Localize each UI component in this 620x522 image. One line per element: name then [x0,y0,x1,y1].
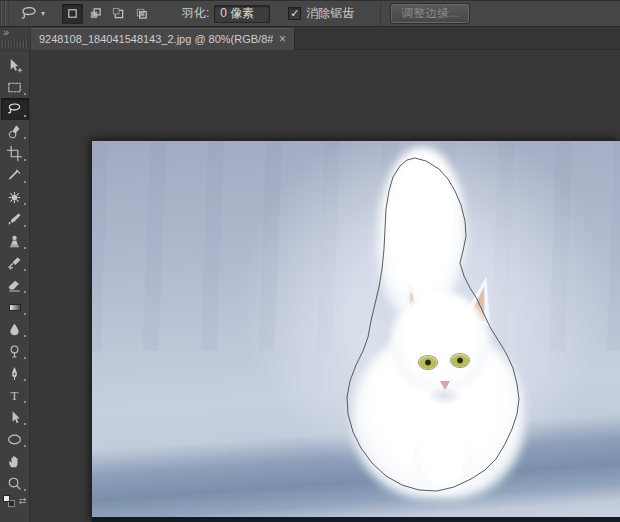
document-tab[interactable]: 9248108_184041548143_2.jpg @ 80%(RGB/8#)… [31,28,295,50]
gradient-icon [9,304,21,311]
subtract-from-selection-button[interactable] [108,4,129,24]
selection-mode-group [62,4,152,24]
tool-move[interactable] [1,54,29,76]
lasso-icon [19,4,39,24]
tool-dodge[interactable] [1,340,29,362]
options-bar-grip[interactable] [0,1,9,26]
history-brush-icon [6,255,23,272]
hand-icon [6,453,23,470]
refine-edge-wrap: 调整边缘... [380,1,469,26]
path-selection-icon [6,409,23,426]
type-icon: T [6,387,23,404]
document-tab-title: 9248108_184041548143_2.jpg @ 80%(RGB/8#)… [39,33,273,45]
tool-path-selection[interactable] [1,406,29,428]
tool-brush[interactable] [1,208,29,230]
switch-colors-icon[interactable]: ⇄ [19,497,27,506]
tool-crop[interactable] [1,142,29,164]
lasso-icon [6,101,23,118]
intersect-selection-icon [135,7,148,20]
tool-blur[interactable] [1,318,29,340]
document-tab-bar: » 9248108_184041548143_2.jpg @ 80%(RGB/8… [0,28,620,50]
toolbox-grip[interactable] [2,41,28,48]
new-selection-icon [66,7,79,20]
tool-hand[interactable] [1,450,29,472]
add-to-selection-icon [89,7,102,20]
feather-input[interactable] [214,5,270,23]
rectangular-marquee-icon [6,79,23,96]
toolbox-header: » [0,28,30,50]
move-icon [6,57,23,74]
canvas-area[interactable] [31,51,620,522]
collapse-toolbox-icon[interactable]: » [3,26,9,38]
tool-pen[interactable] [1,362,29,384]
pen-icon [6,365,23,382]
brush-icon [6,211,23,228]
tool-horizontal-type[interactable]: T [1,384,29,406]
foreground-background-colors[interactable] [3,495,15,507]
quick-selection-icon [6,123,23,140]
tool-eyedropper[interactable] [1,164,29,186]
dodge-icon [6,343,23,360]
tool-quick-selection[interactable] [1,120,29,142]
cat-photo-document[interactable] [92,141,620,522]
add-to-selection-button[interactable] [85,4,106,24]
feather-label: 羽化: [182,5,209,22]
tool-options-bar: ▾ [0,0,620,27]
svg-text:T: T [11,388,19,402]
antialias-label: 消除锯齿 [306,5,354,22]
photoshop-window: ▾ [0,0,620,522]
spot-healing-brush-icon [6,189,23,206]
tool-ellipse[interactable] [1,428,29,450]
blur-drop-icon [6,321,23,338]
subtract-from-selection-icon [112,7,125,20]
antialias-option: ✓ 消除锯齿 [288,5,354,22]
tool-history-brush[interactable] [1,252,29,274]
chevron-down-icon: ▾ [41,9,45,18]
antialias-checkbox[interactable]: ✓ [288,7,301,20]
intersect-selection-button[interactable] [131,4,152,24]
crop-icon [6,145,23,162]
ellipse-icon [6,431,23,448]
selection-overlay [92,141,620,522]
toolbox: T [0,51,30,522]
eraser-icon [6,277,23,294]
tool-zoom[interactable] [1,472,29,494]
toolbox-footer: ⇄ [3,495,27,507]
eyedropper-icon [6,167,23,184]
tool-clone-stamp[interactable] [1,230,29,252]
clone-stamp-icon [6,233,23,250]
tool-lasso[interactable] [1,98,29,120]
tool-gradient[interactable] [1,296,29,318]
zoom-icon [6,475,23,492]
close-icon[interactable]: × [279,33,286,45]
watermark-strip [92,517,620,522]
foreground-color-swatch [3,495,10,502]
refine-edge-button[interactable]: 调整边缘... [391,4,469,23]
lasso-selection-outline [347,158,519,491]
tool-rectangular-marquee[interactable] [1,76,29,98]
new-selection-button[interactable] [62,4,83,24]
tool-preset-picker[interactable]: ▾ [16,3,48,25]
tool-eraser[interactable] [1,274,29,296]
tool-spot-healing-brush[interactable] [1,186,29,208]
